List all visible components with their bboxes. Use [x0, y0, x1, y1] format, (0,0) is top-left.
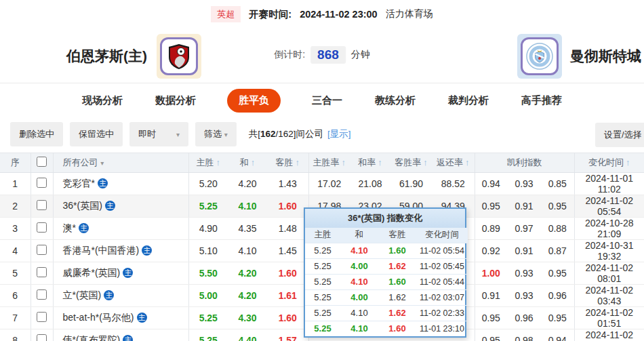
away-rate: 61.90: [390, 173, 432, 195]
row-checkbox[interactable]: [37, 200, 47, 210]
instant-odds-select[interactable]: 即时 ▾: [129, 122, 188, 146]
popup-draw-odds: 4.10: [340, 305, 378, 321]
sort-asc-icon: ↑: [251, 157, 256, 167]
col-home-win[interactable]: 主胜↑: [188, 153, 228, 173]
row-select: [31, 307, 53, 329]
tab-win-draw-lose[interactable]: 胜平负: [227, 89, 281, 113]
select-all-checkbox[interactable]: [37, 157, 47, 167]
league-badge[interactable]: 英超: [211, 6, 241, 22]
company-count-value: 162: [260, 129, 276, 139]
company-cell[interactable]: 竞彩官*主: [53, 173, 188, 195]
popup-away-odds: 1.62: [378, 258, 416, 274]
tab-referee-analysis[interactable]: 裁判分析: [447, 89, 490, 113]
home-odds: 5.20: [188, 173, 228, 195]
popup-header-row: 主胜 和 客胜 变化时间: [305, 228, 468, 243]
countdown: 倒计时: 868 分钟: [274, 46, 370, 64]
popup-draw-odds: 4.10: [340, 321, 378, 336]
popup-col-time: 变化时间: [416, 228, 468, 243]
table-row[interactable]: 1竞彩官*主5.204.201.4317.0221.0861.9088.520.…: [0, 173, 644, 195]
kelly-away: 0.94: [541, 329, 574, 341]
popup-draw-odds: 4.10: [340, 243, 378, 258]
col-seq: 序: [0, 153, 31, 173]
kelly-draw: 0.93: [507, 262, 541, 285]
kelly-away: 0.96: [541, 285, 574, 307]
row-seq: 3: [0, 218, 31, 240]
row-seq: 8: [0, 329, 31, 341]
col-away-win[interactable]: 客胜↑: [267, 153, 308, 173]
return-rate: 88.52: [432, 173, 475, 195]
popup-home-odds: 5.25: [305, 274, 340, 289]
row-checkbox[interactable]: [37, 267, 47, 277]
match-info-bar: 英超 开赛时间: 2024-11-02 23:00 活力体育场: [0, 0, 644, 28]
company-cell[interactable]: bet-at-h*(马尔他)主: [53, 307, 188, 329]
keep-selected-button[interactable]: 保留选中: [70, 122, 123, 146]
host-company-badge-icon: 主: [137, 313, 147, 323]
draw-odds: 4.10: [228, 195, 267, 218]
company-cell[interactable]: 立*(英国)主: [53, 285, 188, 307]
row-checkbox[interactable]: [37, 312, 47, 322]
home-rate: 17.02: [308, 173, 350, 195]
company-count: 共[162/162]间公司[显示]: [249, 128, 351, 140]
draw-odds: 4.35: [228, 218, 267, 240]
company-name: bet-at-h*(马尔他): [63, 312, 134, 323]
popup-away-odds: 1.62: [378, 289, 416, 305]
delete-selected-button[interactable]: 删除选中: [10, 122, 63, 146]
row-checkbox[interactable]: [37, 289, 47, 300]
row-checkbox[interactable]: [37, 334, 47, 341]
company-name: 立*(英国): [63, 289, 102, 300]
company-cell[interactable]: 香港马*(中国香港)主: [53, 240, 188, 262]
company-cell[interactable]: 36*(英国)主: [53, 195, 188, 218]
company-cell[interactable]: 澳*主: [53, 218, 188, 240]
countdown-unit: 分钟: [351, 49, 370, 61]
kelly-draw: 0.93: [507, 285, 541, 307]
row-checkbox[interactable]: [37, 222, 47, 233]
away-team-name: 曼彻斯特城: [570, 47, 641, 66]
tab-three-in-one[interactable]: 三合一: [310, 89, 344, 113]
change-time: 2024-11-02 08:01: [574, 262, 644, 285]
popup-title: 36*(英国) 指数变化: [305, 209, 465, 228]
col-company[interactable]: 所有公司 ▾: [53, 153, 188, 173]
kelly-home: 0.89: [475, 218, 507, 240]
change-time: 2024-10-31 19:32: [574, 240, 644, 262]
col-return-rate[interactable]: 返还率↑: [432, 153, 475, 173]
col-select-all: [31, 153, 53, 173]
change-time: 2024-11-02 03:43: [574, 285, 644, 307]
popup-draw-odds: 4.00: [340, 289, 378, 305]
tab-coach-analysis[interactable]: 教练分析: [374, 89, 417, 113]
show-link[interactable]: [显示]: [327, 129, 351, 139]
popup-home-odds: 5.25: [305, 305, 340, 321]
company-cell[interactable]: 威廉希*(英国)主: [53, 262, 188, 285]
row-checkbox[interactable]: [37, 245, 47, 255]
manchester-city-crest-icon: [525, 42, 554, 71]
col-away-rate[interactable]: 客胜率↑: [390, 153, 432, 173]
popup-change-time: 11-02 05:44: [416, 274, 468, 289]
row-checkbox[interactable]: [37, 178, 47, 188]
col-change-time[interactable]: 变化时间↑: [574, 153, 644, 173]
draw-odds: 4.40: [228, 329, 267, 341]
row-select: [31, 285, 53, 307]
tab-expert-picks[interactable]: 高手推荐: [520, 89, 563, 113]
row-select: [31, 173, 53, 195]
away-team-crest: [517, 34, 562, 79]
popup-change-time: 11-02 03:07: [416, 289, 468, 305]
col-draw[interactable]: 和↑: [228, 153, 267, 173]
table-header-row: 序 所有公司 ▾ 主胜↑ 和↑ 客胜↑ 主胜率↑ 和率↑ 客胜率↑ 返还率↑ 凯…: [0, 153, 644, 173]
company-name: 香港马*(中国香港): [63, 245, 140, 256]
popup-col-away: 客胜: [378, 228, 416, 243]
kelly-home: 0.91: [475, 285, 507, 307]
tab-live-analysis[interactable]: 现场分析: [81, 89, 124, 113]
kelly-away: 0.87: [541, 240, 574, 262]
host-company-badge-icon: 主: [104, 290, 114, 300]
popup-change-time: 11-02 02:33: [416, 305, 468, 321]
tab-data-analysis[interactable]: 数据分析: [154, 89, 197, 113]
filter-select[interactable]: 筛选 ▾: [195, 122, 237, 146]
col-home-rate[interactable]: 主胜率↑: [308, 153, 350, 173]
company-cell[interactable]: 伟*(直布罗陀)主: [53, 329, 188, 341]
chevron-down-icon: ▾: [100, 159, 104, 167]
popup-home-odds: 5.25: [305, 321, 340, 336]
home-odds: 5.25: [188, 195, 228, 218]
sort-asc-icon: ↑: [216, 157, 221, 167]
col-draw-rate[interactable]: 和率↑: [350, 153, 390, 173]
kickoff-time: 2024-11-02 23:00: [300, 9, 378, 20]
settings-button[interactable]: 设置/选择: [595, 123, 644, 147]
